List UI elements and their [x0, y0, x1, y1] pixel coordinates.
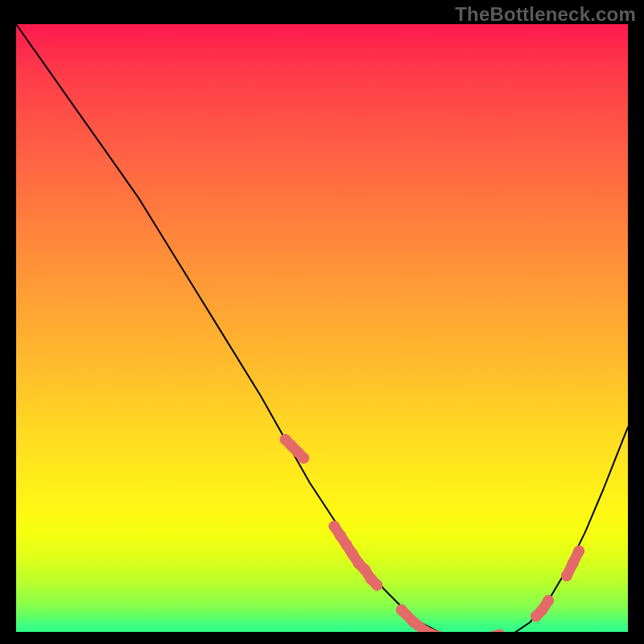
marker-dot	[328, 521, 340, 532]
marker-dot	[543, 595, 554, 606]
marker-dot	[359, 564, 370, 576]
marker-dot	[341, 539, 352, 551]
curve-layer	[16, 24, 628, 632]
chart-stage: TheBottleneck.com	[0, 0, 644, 644]
plot-clip	[16, 24, 628, 632]
marker-dot	[573, 546, 584, 557]
watermark-text: TheBottleneck.com	[455, 3, 636, 26]
plot-area	[16, 24, 628, 632]
marker-dot	[298, 452, 309, 464]
bottleneck-curve	[16, 24, 628, 632]
marker-dot	[371, 580, 382, 591]
marker-dot	[335, 530, 346, 541]
marker-dot	[561, 570, 572, 581]
marker-dot	[396, 605, 407, 616]
marker-dot	[568, 558, 579, 569]
data-markers	[279, 434, 584, 632]
marker-dot	[408, 617, 419, 628]
marker-dot	[347, 548, 358, 559]
marker-dot	[537, 605, 548, 616]
